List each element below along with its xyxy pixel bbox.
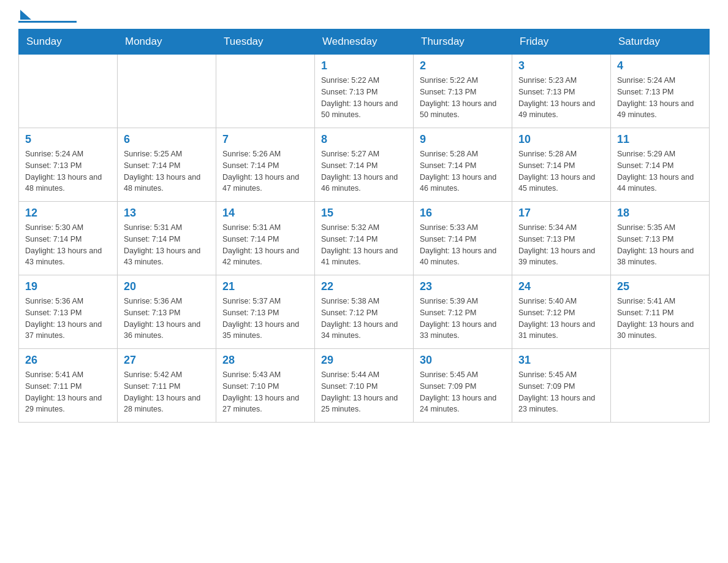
calendar-week-row: 12Sunrise: 5:30 AM Sunset: 7:14 PM Dayli… [19, 202, 710, 275]
calendar-cell: 25Sunrise: 5:41 AM Sunset: 7:11 PM Dayli… [611, 275, 710, 349]
calendar-cell: 9Sunrise: 5:28 AM Sunset: 7:14 PM Daylig… [414, 128, 512, 202]
calendar-week-row: 19Sunrise: 5:36 AM Sunset: 7:13 PM Dayli… [19, 275, 710, 349]
day-number: 17 [518, 207, 604, 220]
day-number: 5 [25, 133, 111, 146]
day-number: 13 [124, 207, 210, 220]
day-info: Sunrise: 5:41 AM Sunset: 7:11 PM Dayligh… [25, 369, 111, 415]
day-number: 11 [617, 133, 703, 146]
calendar-table: SundayMondayTuesdayWednesdayThursdayFrid… [18, 29, 710, 423]
day-info: Sunrise: 5:44 AM Sunset: 7:10 PM Dayligh… [321, 369, 407, 415]
day-info: Sunrise: 5:45 AM Sunset: 7:09 PM Dayligh… [518, 369, 604, 415]
calendar-cell: 10Sunrise: 5:28 AM Sunset: 7:14 PM Dayli… [512, 128, 611, 202]
day-number: 1 [321, 59, 407, 72]
calendar-cell: 2Sunrise: 5:22 AM Sunset: 7:13 PM Daylig… [414, 55, 512, 128]
day-info: Sunrise: 5:36 AM Sunset: 7:13 PM Dayligh… [124, 296, 210, 342]
calendar-cell: 30Sunrise: 5:45 AM Sunset: 7:09 PM Dayli… [414, 349, 512, 423]
day-info: Sunrise: 5:40 AM Sunset: 7:12 PM Dayligh… [518, 296, 604, 342]
day-info: Sunrise: 5:42 AM Sunset: 7:11 PM Dayligh… [124, 369, 210, 415]
calendar-header-thursday: Thursday [414, 29, 512, 55]
day-info: Sunrise: 5:24 AM Sunset: 7:13 PM Dayligh… [25, 148, 111, 194]
calendar-week-row: 1Sunrise: 5:22 AM Sunset: 7:13 PM Daylig… [19, 55, 710, 128]
day-number: 6 [124, 133, 210, 146]
day-info: Sunrise: 5:23 AM Sunset: 7:13 PM Dayligh… [518, 75, 604, 121]
day-info: Sunrise: 5:43 AM Sunset: 7:10 PM Dayligh… [222, 369, 308, 415]
calendar-cell: 16Sunrise: 5:33 AM Sunset: 7:14 PM Dayli… [414, 202, 512, 275]
calendar-cell: 22Sunrise: 5:38 AM Sunset: 7:12 PM Dayli… [315, 275, 414, 349]
calendar-cell: 27Sunrise: 5:42 AM Sunset: 7:11 PM Dayli… [118, 349, 216, 423]
day-info: Sunrise: 5:31 AM Sunset: 7:14 PM Dayligh… [124, 222, 210, 268]
calendar-cell: 19Sunrise: 5:36 AM Sunset: 7:13 PM Dayli… [19, 275, 118, 349]
day-info: Sunrise: 5:39 AM Sunset: 7:12 PM Dayligh… [420, 296, 506, 342]
calendar-cell: 28Sunrise: 5:43 AM Sunset: 7:10 PM Dayli… [216, 349, 315, 423]
calendar-cell: 14Sunrise: 5:31 AM Sunset: 7:14 PM Dayli… [216, 202, 315, 275]
calendar-cell: 29Sunrise: 5:44 AM Sunset: 7:10 PM Dayli… [315, 349, 414, 423]
calendar-cell: 5Sunrise: 5:24 AM Sunset: 7:13 PM Daylig… [19, 128, 118, 202]
calendar-cell: 17Sunrise: 5:34 AM Sunset: 7:13 PM Dayli… [512, 202, 611, 275]
calendar-cell [118, 55, 216, 128]
day-info: Sunrise: 5:22 AM Sunset: 7:13 PM Dayligh… [420, 75, 506, 121]
day-info: Sunrise: 5:38 AM Sunset: 7:12 PM Dayligh… [321, 296, 407, 342]
day-number: 7 [222, 133, 308, 146]
calendar-header-wednesday: Wednesday [315, 29, 414, 55]
day-info: Sunrise: 5:28 AM Sunset: 7:14 PM Dayligh… [518, 148, 604, 194]
day-number: 10 [518, 133, 604, 146]
day-info: Sunrise: 5:41 AM Sunset: 7:11 PM Dayligh… [617, 296, 703, 342]
calendar-cell: 15Sunrise: 5:32 AM Sunset: 7:14 PM Dayli… [315, 202, 414, 275]
day-number: 9 [420, 133, 506, 146]
calendar-cell: 26Sunrise: 5:41 AM Sunset: 7:11 PM Dayli… [19, 349, 118, 423]
day-info: Sunrise: 5:32 AM Sunset: 7:14 PM Dayligh… [321, 222, 407, 268]
day-info: Sunrise: 5:22 AM Sunset: 7:13 PM Dayligh… [321, 75, 407, 121]
day-info: Sunrise: 5:31 AM Sunset: 7:14 PM Dayligh… [222, 222, 308, 268]
calendar-cell: 13Sunrise: 5:31 AM Sunset: 7:14 PM Dayli… [118, 202, 216, 275]
day-number: 8 [321, 133, 407, 146]
calendar-cell: 24Sunrise: 5:40 AM Sunset: 7:12 PM Dayli… [512, 275, 611, 349]
calendar-cell: 1Sunrise: 5:22 AM Sunset: 7:13 PM Daylig… [315, 55, 414, 128]
calendar-cell [611, 349, 710, 423]
day-info: Sunrise: 5:27 AM Sunset: 7:14 PM Dayligh… [321, 148, 407, 194]
day-info: Sunrise: 5:37 AM Sunset: 7:13 PM Dayligh… [222, 296, 308, 342]
day-info: Sunrise: 5:36 AM Sunset: 7:13 PM Dayligh… [25, 296, 111, 342]
calendar-cell: 4Sunrise: 5:24 AM Sunset: 7:13 PM Daylig… [611, 55, 710, 128]
calendar-header-sunday: Sunday [19, 29, 118, 55]
calendar-header-friday: Friday [512, 29, 611, 55]
day-number: 28 [222, 354, 308, 367]
calendar-cell: 8Sunrise: 5:27 AM Sunset: 7:14 PM Daylig… [315, 128, 414, 202]
day-number: 2 [420, 59, 506, 72]
day-number: 16 [420, 207, 506, 220]
calendar-cell: 21Sunrise: 5:37 AM Sunset: 7:13 PM Dayli… [216, 275, 315, 349]
day-number: 3 [518, 59, 604, 72]
day-info: Sunrise: 5:26 AM Sunset: 7:14 PM Dayligh… [222, 148, 308, 194]
logo-underline [18, 21, 77, 23]
day-number: 18 [617, 207, 703, 220]
day-info: Sunrise: 5:30 AM Sunset: 7:14 PM Dayligh… [25, 222, 111, 268]
day-number: 21 [222, 280, 308, 293]
day-info: Sunrise: 5:45 AM Sunset: 7:09 PM Dayligh… [420, 369, 506, 415]
page-header [18, 12, 710, 23]
day-number: 24 [518, 280, 604, 293]
day-number: 23 [420, 280, 506, 293]
calendar-cell: 6Sunrise: 5:25 AM Sunset: 7:14 PM Daylig… [118, 128, 216, 202]
calendar-cell [19, 55, 118, 128]
day-number: 15 [321, 207, 407, 220]
day-number: 26 [25, 354, 111, 367]
day-number: 30 [420, 354, 506, 367]
calendar-cell: 18Sunrise: 5:35 AM Sunset: 7:13 PM Dayli… [611, 202, 710, 275]
calendar-cell [216, 55, 315, 128]
calendar-week-row: 5Sunrise: 5:24 AM Sunset: 7:13 PM Daylig… [19, 128, 710, 202]
calendar-cell: 31Sunrise: 5:45 AM Sunset: 7:09 PM Dayli… [512, 349, 611, 423]
day-number: 19 [25, 280, 111, 293]
day-number: 14 [222, 207, 308, 220]
calendar-cell: 11Sunrise: 5:29 AM Sunset: 7:14 PM Dayli… [611, 128, 710, 202]
day-info: Sunrise: 5:35 AM Sunset: 7:13 PM Dayligh… [617, 222, 703, 268]
logo-triangle-icon [20, 10, 31, 20]
day-number: 12 [25, 207, 111, 220]
calendar-header-row: SundayMondayTuesdayWednesdayThursdayFrid… [19, 29, 710, 55]
day-number: 20 [124, 280, 210, 293]
day-number: 27 [124, 354, 210, 367]
calendar-cell: 20Sunrise: 5:36 AM Sunset: 7:13 PM Dayli… [118, 275, 216, 349]
calendar-cell: 12Sunrise: 5:30 AM Sunset: 7:14 PM Dayli… [19, 202, 118, 275]
day-number: 25 [617, 280, 703, 293]
calendar-header-monday: Monday [118, 29, 216, 55]
logo [18, 12, 77, 23]
day-number: 22 [321, 280, 407, 293]
